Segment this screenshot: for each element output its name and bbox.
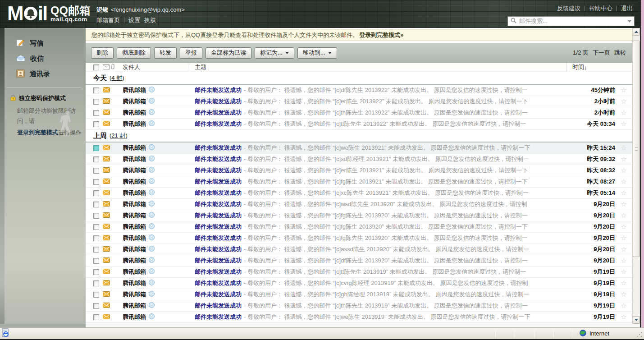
star-icon[interactable]: ☆ <box>615 223 632 231</box>
mail-subject[interactable]: 邮件未能发送成功 <box>195 291 242 298</box>
sender-name[interactable]: 腾讯邮箱 <box>123 268 146 276</box>
sender-badge-icon[interactable] <box>149 201 155 208</box>
mail-subject-cell[interactable]: 邮件未能发送成功- 尊敬的用户： 很遗憾，您的邮件 “[c]xc陈先生 2013… <box>189 189 566 197</box>
star-icon[interactable]: ☆ <box>615 155 632 163</box>
star-icon[interactable]: ☆ <box>615 279 632 287</box>
link-logout[interactable]: 退出 <box>621 5 633 13</box>
row-checkbox[interactable] <box>93 314 99 320</box>
next-page-link[interactable]: 下一页 <box>593 49 610 57</box>
mail-subject[interactable]: 邮件未能发送成功 <box>195 223 242 230</box>
mail-subject-cell[interactable]: 邮件未能发送成功- 尊敬的用户： 很遗憾，您的邮件 “[c]df陈先生 2013… <box>189 86 566 94</box>
row-checkbox[interactable] <box>93 247 99 253</box>
sender-name[interactable]: 腾讯邮箱 <box>123 257 146 265</box>
mail-subject[interactable]: 邮件未能发送成功 <box>195 120 242 127</box>
mail-row[interactable]: 腾讯邮箱 邮件未能发送成功- 尊敬的用户： 很遗憾，您的邮件 “[c]tt陈先生… <box>86 266 632 278</box>
mail-subject[interactable]: 邮件未能发送成功 <box>195 109 242 116</box>
time-column-header[interactable]: 时间↓ <box>566 63 632 72</box>
mail-subject[interactable]: 邮件未能发送成功 <box>195 234 242 241</box>
star-icon[interactable]: ☆ <box>615 144 632 152</box>
mail-row[interactable]: 腾讯邮箱 邮件未能发送成功- 尊敬的用户： 很遗憾，您的邮件 “[c]fg陈生 … <box>86 176 632 188</box>
mail-subject[interactable]: 邮件未能发送成功 <box>195 178 242 185</box>
row-checkbox[interactable] <box>93 145 99 151</box>
sender-name[interactable]: 腾讯邮箱 <box>123 120 146 128</box>
mail-search-box[interactable]: 邮件搜索... <box>507 16 635 26</box>
mail-subject-cell[interactable]: 邮件未能发送成功- 尊敬的用户： 很遗憾，您的邮件 “[c]tt陈先生 2013… <box>189 268 566 276</box>
sender-name[interactable]: 腾讯邮箱 <box>123 290 146 299</box>
mail-subject[interactable]: 邮件未能发送成功 <box>195 313 242 320</box>
star-icon[interactable]: ☆ <box>615 200 632 208</box>
mail-subject[interactable]: 邮件未能发送成功 <box>195 212 242 219</box>
nav-change-skin[interactable]: 换肤 <box>144 16 156 24</box>
row-checkbox[interactable] <box>93 280 99 286</box>
row-checkbox[interactable] <box>93 156 99 162</box>
mail-subject-cell[interactable]: 邮件未能发送成功- 尊敬的用户： 很遗憾，您的邮件 “[c]tt陈先生 2013… <box>189 120 566 128</box>
row-checkbox[interactable] <box>93 190 99 196</box>
sender-name[interactable]: 腾讯邮箱 <box>123 166 146 175</box>
mail-row[interactable]: 腾讯邮箱 邮件未能发送成功- 尊敬的用户： 很遗憾，您的邮件 “[c]assd陈… <box>86 244 632 255</box>
toolbar-button[interactable]: 删除 <box>91 47 114 59</box>
subject-column-header[interactable]: 主题 <box>189 63 566 71</box>
sender-badge-icon[interactable] <box>149 87 155 94</box>
row-checkbox[interactable] <box>93 303 99 309</box>
row-checkbox[interactable] <box>93 202 99 207</box>
sender-badge-icon[interactable] <box>149 246 155 253</box>
star-icon[interactable]: ☆ <box>615 234 632 242</box>
row-checkbox[interactable] <box>93 168 99 174</box>
sender-column-header[interactable]: 发件人 <box>123 63 189 72</box>
sender-badge-icon[interactable] <box>149 109 155 116</box>
sender-badge-icon[interactable] <box>149 268 155 276</box>
mail-subject-cell[interactable]: 邮件未能发送成功- 尊敬的用户： 很遗憾，您的邮件 “[c]we陈生 20139… <box>189 313 566 321</box>
mail-subject-cell[interactable]: 邮件未能发送成功- 尊敬的用户： 很遗憾，您的邮件 “[c]df陈先生 2013… <box>189 257 566 265</box>
sender-badge-icon[interactable] <box>149 167 155 174</box>
sender-name[interactable]: 腾讯邮箱 <box>123 86 146 94</box>
toolbar-button[interactable]: 转发 <box>154 47 177 59</box>
sender-name[interactable]: 腾讯邮箱 <box>123 189 146 197</box>
star-icon[interactable]: ☆ <box>615 302 632 310</box>
toolbar-button[interactable]: 彻底删除 <box>117 47 151 59</box>
chevron-down-icon[interactable] <box>628 20 631 23</box>
sender-name[interactable]: 腾讯邮箱 <box>123 155 146 163</box>
mail-subject-cell[interactable]: 邮件未能发送成功- 尊敬的用户： 很遗憾，您的邮件 “[c]assd陈生 201… <box>189 245 566 253</box>
star-icon[interactable]: ☆ <box>615 313 632 321</box>
select-all-checkbox[interactable] <box>93 64 99 70</box>
sender-badge-icon[interactable] <box>149 257 155 264</box>
mail-row[interactable]: 腾讯邮箱 邮件未能发送成功- 尊敬的用户： 很遗憾，您的邮件 “[c]wsd陈先… <box>86 199 632 210</box>
row-checkbox[interactable] <box>93 121 99 127</box>
sender-name[interactable]: 腾讯邮箱 <box>123 313 146 321</box>
star-icon[interactable]: ☆ <box>615 120 632 128</box>
mail-subject[interactable]: 邮件未能发送成功 <box>195 144 242 151</box>
qqmail-logo[interactable]: M il QQ邮箱 mail.qq.com <box>7 3 91 24</box>
sender-badge-icon[interactable] <box>149 302 155 309</box>
toolbar-dropdown-button[interactable]: 标记为... <box>255 47 294 59</box>
star-icon[interactable]: ☆ <box>615 211 632 220</box>
mail-subject-cell[interactable]: 邮件未能发送成功- 尊敬的用户： 很遗憾，您的邮件 “[c]fg陈生 20139… <box>189 223 566 231</box>
sender-badge-icon[interactable] <box>149 223 155 230</box>
toolbar-dropdown-button[interactable]: 移动到... <box>297 47 337 59</box>
mail-subject[interactable]: 邮件未能发送成功 <box>195 167 242 174</box>
login-full-mode-link[interactable]: 登录到完整模式 <box>17 129 58 136</box>
mail-row[interactable]: 腾讯邮箱 邮件未能发送成功- 尊敬的用户： 很遗憾，您的邮件 “[c]xc陈先生… <box>86 188 632 199</box>
mail-row[interactable]: 腾讯邮箱 邮件未能发送成功- 尊敬的用户： 很遗憾，您的邮件 “[c]er陈生 … <box>86 96 632 107</box>
mail-subject[interactable]: 邮件未能发送成功 <box>195 201 242 207</box>
mail-subject-cell[interactable]: 邮件未能发送成功- 尊敬的用户： 很遗憾，您的邮件 “[c]th陈先生 2013… <box>189 302 566 310</box>
mail-row[interactable]: 腾讯邮箱 邮件未能发送成功- 尊敬的用户： 很遗憾，您的邮件 “[c]fg陈先生… <box>86 210 632 221</box>
mail-row[interactable]: 腾讯邮箱 邮件未能发送成功- 尊敬的用户： 很遗憾，您的邮件 “[c]fg陈先生… <box>86 233 632 244</box>
mail-row[interactable]: 腾讯邮箱 邮件未能发送成功- 尊敬的用户： 很遗憾，您的邮件 “[c]sd陈经理… <box>86 154 632 165</box>
sender-badge-icon[interactable] <box>149 144 155 152</box>
sender-name[interactable]: 腾讯邮箱 <box>123 200 146 208</box>
mail-subject[interactable]: 邮件未能发送成功 <box>195 87 242 93</box>
mail-subject-cell[interactable]: 邮件未能发送成功- 尊敬的用户： 很遗憾，您的邮件 “[c]wsd陈先生 201… <box>189 200 566 208</box>
group-count-link[interactable]: (4 封) <box>110 74 124 82</box>
mail-row[interactable]: 腾讯邮箱 邮件未能发送成功- 尊敬的用户： 很遗憾，您的邮件 “[c]fg陈生 … <box>86 221 632 233</box>
window-resize-grip[interactable] <box>636 331 643 338</box>
star-icon[interactable]: ☆ <box>615 86 632 94</box>
sender-badge-icon[interactable] <box>149 291 155 298</box>
sender-badge-icon[interactable] <box>149 234 155 242</box>
scroll-down-button[interactable] <box>633 316 640 324</box>
star-icon[interactable]: ☆ <box>615 109 632 117</box>
mail-subject[interactable]: 邮件未能发送成功 <box>195 280 242 286</box>
mail-subject-cell[interactable]: 邮件未能发送成功- 尊敬的用户： 很遗憾，您的邮件 “[c]gh陈经理 2013… <box>189 290 566 299</box>
envelope-column-icon[interactable] <box>103 64 110 71</box>
notice-login-full-mode-link[interactable]: 登录到完整模式» <box>359 31 403 39</box>
sender-name[interactable]: 腾讯邮箱 <box>123 245 146 253</box>
